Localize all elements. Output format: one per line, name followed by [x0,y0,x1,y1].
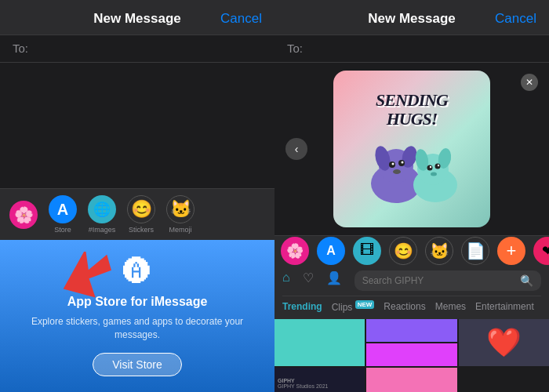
app-icon-memoji[interactable]: 🐱 Memoji [166,195,195,234]
left-header: New Message Cancel [0,0,274,35]
left-cancel-button[interactable]: Cancel [220,11,262,27]
store-icon: A [49,195,77,223]
right-app-plus[interactable]: + [497,237,525,265]
right-to-label: To: [287,42,303,55]
right-title: New Message [368,11,456,27]
right-store-icon: A [317,237,345,265]
svg-point-14 [427,165,433,171]
expand-button[interactable]: ‹ [285,138,307,160]
gif-cell-4[interactable] [366,343,456,366]
app-icon-store[interactable]: A Store [49,195,77,234]
left-title: New Message [93,11,181,27]
close-sticker-button[interactable]: ✕ [521,74,538,91]
right-app-store[interactable]: A [317,237,345,265]
right-app-memoji[interactable]: 🐱 [425,237,453,265]
appstore-panel: 🅐 App Store for iMessage Explore sticker… [0,240,274,392]
left-app-bar: 🌸 A Store 🌐 #Images 😊 Stickers 🐱 Memo [0,188,274,240]
right-app-heart[interactable]: ❤ [533,237,549,265]
svg-point-15 [435,164,441,169]
gif-cell-2[interactable] [366,319,456,342]
new-badge: NEW [355,300,375,309]
right-app-giphy[interactable]: 🎞 [353,237,381,265]
stickers-label: Stickers [129,226,154,234]
giphy-search-bar[interactable]: 🔍 [354,270,541,291]
app-icon-stickers[interactable]: 😊 Stickers [127,195,155,234]
right-app-file[interactable]: 📄 [461,237,489,265]
giphy-channel-label: GIPHY Studios 2021 [278,383,362,389]
appstore-icon: 🅐 [123,256,151,289]
stickers-icon: 😊 [127,195,155,223]
right-header: New Message Cancel [274,0,549,35]
giphy-person-icon[interactable]: 👤 [326,270,342,291]
gif-cell-3[interactable]: ❤️ [459,319,549,366]
left-phone-panel: New Message Cancel To: 🌸 A Store 🌐 #Imag… [0,0,274,392]
store-label: Store [54,226,71,234]
images-label: #Images [89,226,116,234]
right-app-stickers[interactable]: 😊 [389,237,417,265]
tab-entertainment[interactable]: Entertainment [475,301,534,312]
photos-icon: 🌸 [9,201,38,229]
right-heart-icon: ❤ [533,237,549,265]
gif-cell-6[interactable] [366,368,456,392]
sticker-preview: SENDING HUGS! [274,63,549,235]
right-photos-icon: 🌸 [281,237,309,265]
images-icon: 🌐 [88,195,116,223]
svg-point-18 [431,172,437,176]
right-giphy-icon: 🎞 [353,237,381,265]
svg-marker-0 [60,252,115,299]
tab-reactions[interactable]: Reactions [384,301,425,312]
right-memoji-icon: 🐱 [425,237,453,265]
memoji-icon: 🐱 [166,195,195,223]
right-app-bar: 🌸 A 🎞 😊 🐱 📄 [274,235,549,266]
right-stickers-icon: 😊 [389,237,417,265]
giphy-search-input[interactable] [362,275,515,286]
to-label: To: [13,42,28,55]
appstore-description: Explore stickers, games and apps to deco… [13,315,262,342]
left-message-body[interactable] [0,63,274,188]
tab-clips[interactable]: Clips NEW [332,301,375,313]
gif-cell-1[interactable] [274,319,365,366]
sticker-card: SENDING HUGS! [333,71,490,227]
right-file-icon: 📄 [461,237,489,265]
app-icon-photos[interactable]: 🌸 [9,201,38,229]
svg-point-7 [392,163,394,165]
right-app-photos[interactable]: 🌸 [281,237,309,265]
giphy-search-icon: 🔍 [520,274,533,287]
app-icon-images[interactable]: 🌐 #Images [88,195,116,234]
memoji-label: Memoji [169,226,191,234]
right-phone-panel: New Message Cancel To: SENDING HUGS! [274,0,549,392]
giphy-home-icon[interactable]: ⌂ [282,270,290,291]
tab-trending[interactable]: Trending [282,301,322,312]
giphy-favorite-icon[interactable]: ♡ [303,270,314,291]
giphy-bar: ⌂ ♡ 👤 🔍 Trending Clips NEW Reactions Mem… [274,266,549,319]
left-to-field: To: [0,35,274,63]
red-arrow-indicator [60,252,115,302]
sticker-text: SENDING HUGS! [376,91,448,129]
right-to-field: To: [274,35,549,63]
giphy-tabs: Trending Clips NEW Reactions Memes Enter… [282,296,541,314]
gif-cell-5[interactable]: GIPHY GIPHY Studios 2021 [274,368,365,392]
svg-point-8 [402,162,404,164]
gif-grid: ❤️ GIPHY GIPHY Studios 2021 [274,319,549,392]
right-plus-icon: + [497,237,525,265]
svg-point-9 [393,169,401,174]
svg-point-17 [438,165,439,166]
tab-memes[interactable]: Memes [435,301,466,312]
visit-store-button[interactable]: Visit Store [93,353,182,376]
svg-point-16 [430,166,431,168]
dog-illustration [361,129,463,207]
right-cancel-button[interactable]: Cancel [495,11,536,27]
